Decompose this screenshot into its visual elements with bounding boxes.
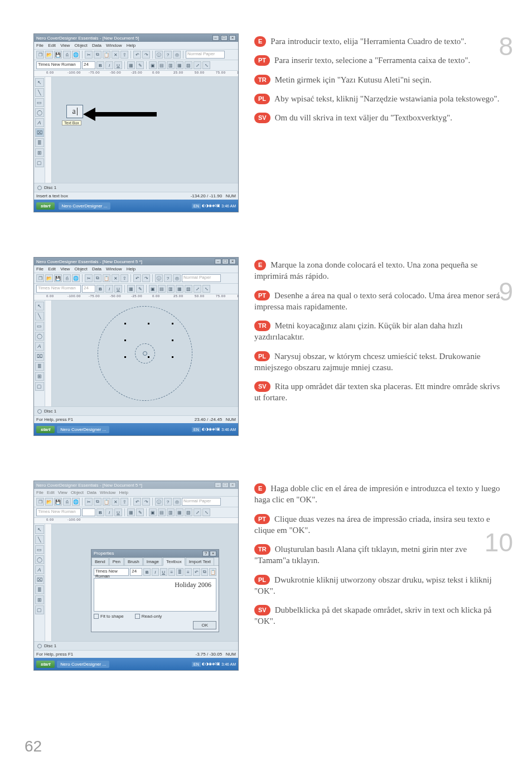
textbox-tool-icon[interactable]: ⌧ bbox=[35, 128, 44, 137]
rectangle-icon[interactable]: ▭ bbox=[35, 98, 44, 107]
menu-view[interactable]: View bbox=[60, 266, 70, 271]
menu-data[interactable]: Data bbox=[92, 43, 101, 48]
info-icon[interactable]: ⓘ bbox=[155, 51, 163, 59]
font-name-select[interactable]: Times New Roman bbox=[36, 61, 81, 69]
image-icon[interactable]: ▢ bbox=[35, 382, 44, 391]
underline-icon[interactable]: U bbox=[160, 568, 167, 576]
taskbar-app[interactable]: Nero CoverDesigner ... bbox=[57, 426, 109, 433]
textbox-tool-icon[interactable]: ⌧ bbox=[35, 352, 44, 361]
tab-import[interactable]: Import Text bbox=[186, 557, 214, 565]
dialog-font-size[interactable]: 24 bbox=[130, 568, 142, 576]
menu-edit[interactable]: Edit bbox=[48, 266, 56, 271]
paper-type-select[interactable]: Normal Paper bbox=[186, 51, 225, 59]
ellipse-icon[interactable]: ◯ bbox=[35, 108, 44, 117]
pointer-icon[interactable]: ↖ bbox=[35, 78, 44, 87]
tracklist-icon[interactable]: ≣ bbox=[35, 362, 44, 371]
save-icon[interactable]: 💾 bbox=[54, 51, 62, 59]
print-icon[interactable]: ⎙ bbox=[63, 51, 71, 59]
menu-object[interactable]: Object bbox=[75, 43, 88, 48]
about-icon[interactable]: ◎ bbox=[173, 51, 181, 59]
tab-textbox[interactable]: Textbox bbox=[163, 557, 185, 566]
field-icon[interactable]: ⊞ bbox=[35, 148, 44, 157]
tab-bend[interactable]: Bend bbox=[91, 557, 109, 565]
delete-icon[interactable]: ✕ bbox=[112, 51, 119, 59]
tab-pen[interactable]: Pen bbox=[109, 557, 124, 565]
open-icon[interactable]: 📂 bbox=[45, 51, 53, 59]
close-icon[interactable]: × bbox=[229, 259, 236, 264]
new-icon[interactable]: ❐ bbox=[36, 51, 44, 59]
dialog-help-icon[interactable]: ? bbox=[202, 551, 209, 556]
redo-icon[interactable]: ↷ bbox=[142, 51, 150, 59]
italic-icon[interactable]: I bbox=[152, 568, 159, 576]
menu-help[interactable]: Help bbox=[127, 43, 136, 48]
maximize-icon[interactable]: □ bbox=[222, 259, 229, 264]
ok-button[interactable]: OK bbox=[193, 621, 216, 629]
fit-icon-2[interactable]: ⤡ bbox=[202, 61, 210, 69]
minimize-icon[interactable]: – bbox=[215, 259, 221, 264]
fit-icon-1[interactable]: ⤢ bbox=[194, 61, 201, 69]
start-button[interactable]: start bbox=[36, 426, 55, 433]
align-icon-4[interactable]: ▦ bbox=[176, 61, 183, 69]
menu-view[interactable]: View bbox=[60, 43, 70, 48]
tab-brush[interactable]: Brush bbox=[124, 557, 143, 565]
ellipse-icon[interactable]: ◯ bbox=[35, 332, 44, 341]
artistic-text-icon[interactable]: A bbox=[35, 118, 44, 127]
menu-file[interactable]: File bbox=[36, 266, 43, 271]
color-icon[interactable]: ▦ bbox=[127, 61, 135, 69]
copy-icon[interactable]: ⧉ bbox=[201, 568, 209, 576]
tab-image[interactable]: Image bbox=[143, 557, 162, 565]
line-icon[interactable]: ╲ bbox=[35, 88, 44, 97]
align-left-icon[interactable]: ≡ bbox=[168, 568, 176, 576]
menu-edit[interactable]: Edit bbox=[48, 43, 56, 48]
canvas[interactable] bbox=[52, 300, 238, 406]
copy-icon[interactable]: ⧉ bbox=[94, 51, 101, 59]
menu-window[interactable]: Window bbox=[106, 266, 122, 271]
maximize-icon[interactable]: □ bbox=[221, 35, 228, 41]
dialog-font-select[interactable]: Times New Roman bbox=[94, 568, 129, 576]
canvas[interactable]: Properties ?× Bend Pen Brush Image Textb… bbox=[52, 524, 238, 641]
rectangle-icon[interactable]: ▭ bbox=[35, 322, 44, 331]
close-icon[interactable]: × bbox=[229, 35, 236, 41]
menu-help[interactable]: Help bbox=[127, 266, 136, 271]
paste-icon[interactable]: 📋 bbox=[209, 568, 216, 576]
line-icon[interactable]: ╲ bbox=[35, 312, 44, 321]
align-center-icon[interactable]: ≣ bbox=[176, 568, 183, 576]
artistic-text-icon[interactable]: A bbox=[35, 342, 44, 351]
brush-icon[interactable]: ✎ bbox=[136, 61, 144, 69]
fit-to-shape-checkbox[interactable]: Fit to shape bbox=[94, 614, 124, 619]
taskbar-app[interactable]: Nero CoverDesigner ... bbox=[59, 202, 111, 210]
language-indicator[interactable]: EN bbox=[192, 203, 201, 208]
read-only-checkbox[interactable]: Read-only bbox=[135, 614, 162, 619]
image-icon[interactable]: ▢ bbox=[35, 158, 44, 167]
align-icon-5[interactable]: ▧ bbox=[185, 61, 192, 69]
align-icon-1[interactable]: ▣ bbox=[149, 61, 157, 69]
minimize-icon[interactable]: – bbox=[212, 35, 219, 41]
bold-icon[interactable]: B bbox=[143, 568, 151, 576]
align-icon-3[interactable]: ▥ bbox=[167, 61, 175, 69]
disc-tab-label[interactable]: Disc 1 bbox=[44, 185, 56, 190]
dialog-close-icon[interactable]: × bbox=[210, 551, 216, 556]
menu-object[interactable]: Object bbox=[75, 266, 88, 271]
canvas[interactable]: a Text Box bbox=[52, 77, 238, 183]
cut-icon[interactable]: ✂ bbox=[85, 51, 93, 59]
undo-icon[interactable]: ↶ bbox=[133, 51, 141, 59]
start-button[interactable]: start bbox=[36, 202, 55, 210]
disc-radio[interactable] bbox=[37, 186, 42, 190]
undo-icon[interactable]: ↶ bbox=[193, 568, 200, 576]
italic-icon[interactable]: I bbox=[105, 61, 113, 69]
menu-file[interactable]: File bbox=[36, 43, 43, 48]
align-right-icon[interactable]: ≡ bbox=[185, 568, 192, 576]
export-icon[interactable]: ⇪ bbox=[120, 51, 128, 59]
tracklist-icon[interactable]: ≣ bbox=[35, 138, 44, 147]
disc-tab-label[interactable]: Disc 1 bbox=[44, 409, 56, 414]
underline-icon[interactable]: U bbox=[114, 61, 122, 69]
align-icon-2[interactable]: ▤ bbox=[158, 61, 166, 69]
bold-icon[interactable]: B bbox=[96, 61, 104, 69]
menu-window[interactable]: Window bbox=[106, 43, 122, 48]
help-icon[interactable]: ? bbox=[164, 51, 172, 59]
paste-icon[interactable]: 📋 bbox=[103, 51, 110, 59]
menu-data[interactable]: Data bbox=[92, 266, 101, 271]
field-icon[interactable]: ⊞ bbox=[35, 372, 44, 381]
pointer-icon[interactable]: ↖ bbox=[35, 302, 44, 311]
dialog-textarea[interactable]: Holiday 2006 bbox=[94, 578, 216, 612]
